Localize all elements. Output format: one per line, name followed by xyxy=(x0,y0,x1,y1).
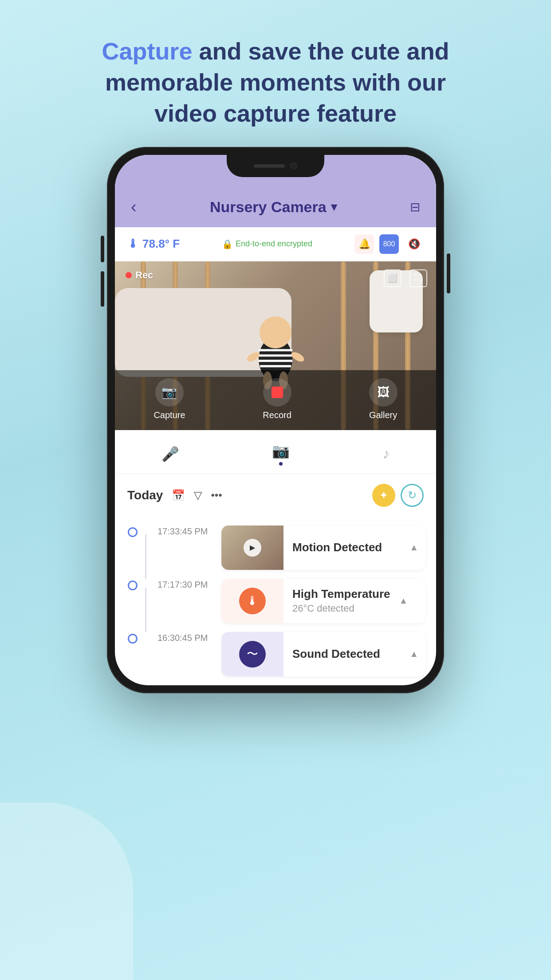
motion-label: Motion Detected xyxy=(283,541,409,554)
capture-button[interactable]: 📷 Capture xyxy=(153,378,185,420)
capture-icon: 📷 xyxy=(155,378,184,407)
tab-microphone[interactable]: 🎤 xyxy=(144,442,197,466)
power-button xyxy=(447,253,450,293)
timeline-time-motion: 17:33:45 PM xyxy=(150,526,221,537)
media-tabs: 🎤 📷 ♪ xyxy=(115,430,436,474)
phone-screen: ‹ Nursery Camera ▾ ⊟ 🌡 78.8° F 🔒 End-to-… xyxy=(115,155,436,685)
fullscreen-icon[interactable]: ⛶ xyxy=(409,269,427,287)
lock-icon: 🔒 xyxy=(222,239,233,249)
filter-icon[interactable]: ⊟ xyxy=(410,200,420,214)
tab-music[interactable]: ♪ xyxy=(365,442,407,466)
timeline-dot xyxy=(128,527,138,537)
encrypt-label: End-to-end encrypted xyxy=(236,239,312,249)
encrypt-badge: 🔒 End-to-end encrypted xyxy=(222,239,312,249)
alarm-icon[interactable]: 🔔 xyxy=(354,234,374,254)
temp-sub: 26°C detected xyxy=(292,603,390,614)
gallery-icon: 🖼 xyxy=(369,378,398,407)
thermometer-icon: 🌡 xyxy=(127,237,139,251)
star-filter-badge[interactable]: ✦ xyxy=(372,484,395,507)
temp-thumb: 🌡 xyxy=(221,579,283,623)
timeline-line xyxy=(145,588,146,632)
svg-point-5 xyxy=(260,316,291,348)
notch xyxy=(227,155,324,177)
refresh-filter-badge[interactable]: ↻ xyxy=(401,484,424,507)
sound-thumb: 〜 xyxy=(221,632,283,676)
record-icon xyxy=(263,378,291,407)
capture-label: Capture xyxy=(153,410,185,420)
motion-thumb: ▶ xyxy=(221,526,283,570)
temp-title: High Temperature xyxy=(292,587,390,601)
temperature-badge: 🌡 78.8° F xyxy=(127,237,180,251)
calendar-icon[interactable]: 📅 xyxy=(172,489,185,502)
video-controls-overlay: ⬜ ⛶ xyxy=(384,269,427,287)
tab-camera[interactable]: 📷 xyxy=(254,439,307,469)
temperature-value: 78.8° F xyxy=(142,237,180,251)
cloud-icon: ▲ xyxy=(409,542,425,553)
back-button[interactable]: ‹ xyxy=(131,198,137,217)
status-bar: 🌡 78.8° F 🔒 End-to-end encrypted 🔔 800 🔇 xyxy=(115,227,436,261)
record-label: Record xyxy=(263,410,291,420)
timeline-list: 17:33:45 PM ▶ Motion Detected ▲ xyxy=(115,517,436,685)
timeline-line xyxy=(145,534,146,579)
notch-bar xyxy=(115,155,436,190)
filter-bar: Today 📅 ▽ ••• ✦ ↻ xyxy=(115,474,436,517)
timeline-time-sound: 16:30:45 PM xyxy=(150,632,221,643)
rec-badge: Rec xyxy=(126,269,153,281)
rec-dot xyxy=(126,272,132,278)
filter-badges: ✦ ↻ xyxy=(372,484,424,507)
timeline-item-sound: 16:30:45 PM 〜 Sound Detected ▲ xyxy=(115,628,436,681)
temperature-card[interactable]: 🌡 High Temperature 26°C detected ▲ xyxy=(221,579,425,623)
status-icons: 🔔 800 🔇 xyxy=(354,234,424,254)
aspect-ratio-icon[interactable]: ⬜ xyxy=(384,269,401,287)
header-title: Nursery Camera ▾ xyxy=(210,198,337,216)
app-header: ‹ Nursery Camera ▾ ⊟ xyxy=(115,190,436,227)
chevron-down-icon[interactable]: ▾ xyxy=(331,200,337,214)
cloud-icon: ▲ xyxy=(409,649,425,659)
sound-wave-icon: 〜 xyxy=(239,641,266,668)
temp-info: High Temperature 26°C detected xyxy=(283,587,399,614)
timeline-dot xyxy=(128,634,138,644)
today-label: Today xyxy=(127,488,163,502)
notch-speaker xyxy=(254,164,285,168)
timeline-item-motion: 17:33:45 PM ▶ Motion Detected ▲ xyxy=(115,521,436,574)
record-button[interactable]: Record xyxy=(263,378,291,420)
rec-label: Rec xyxy=(135,269,153,281)
sound-label: Sound Detected xyxy=(283,647,409,661)
cloud-icon: ▲ xyxy=(399,596,415,606)
motion-card[interactable]: ▶ Motion Detected ▲ xyxy=(221,526,425,570)
sound-card[interactable]: 〜 Sound Detected ▲ xyxy=(221,632,425,676)
camera-mode-icon[interactable]: 800 xyxy=(379,234,399,254)
play-button[interactable]: ▶ xyxy=(244,539,261,557)
more-options-icon[interactable]: ••• xyxy=(211,489,222,502)
headline-capture: Capture xyxy=(102,38,192,64)
funnel-icon[interactable]: ▽ xyxy=(194,489,202,502)
volume-down-button xyxy=(101,271,104,307)
timeline-item-temperature: 17:17:30 PM 🌡 High Temperature 26°C dete… xyxy=(115,574,436,628)
record-inner xyxy=(272,387,283,398)
background-wave xyxy=(0,802,133,980)
gallery-label: Gallery xyxy=(369,410,397,420)
phone-shell: ‹ Nursery Camera ▾ ⊟ 🌡 78.8° F 🔒 End-to-… xyxy=(107,147,444,693)
volume-up-button xyxy=(101,236,104,262)
gallery-button[interactable]: 🖼 Gallery xyxy=(369,378,398,420)
timeline-time-temp: 17:17:30 PM xyxy=(150,579,221,590)
timeline-dot xyxy=(128,581,138,590)
thermometer-icon: 🌡 xyxy=(239,588,266,614)
timeline-left xyxy=(115,632,150,644)
notch-camera xyxy=(290,162,297,170)
mute-icon[interactable]: 🔇 xyxy=(404,234,424,254)
headline: Capture and save the cute and memorable … xyxy=(54,0,497,147)
video-feed: Rec ⬜ ⛶ 📷 Capture Record xyxy=(115,261,436,430)
video-action-bar: 📷 Capture Record 🖼 Gallery xyxy=(115,370,436,430)
